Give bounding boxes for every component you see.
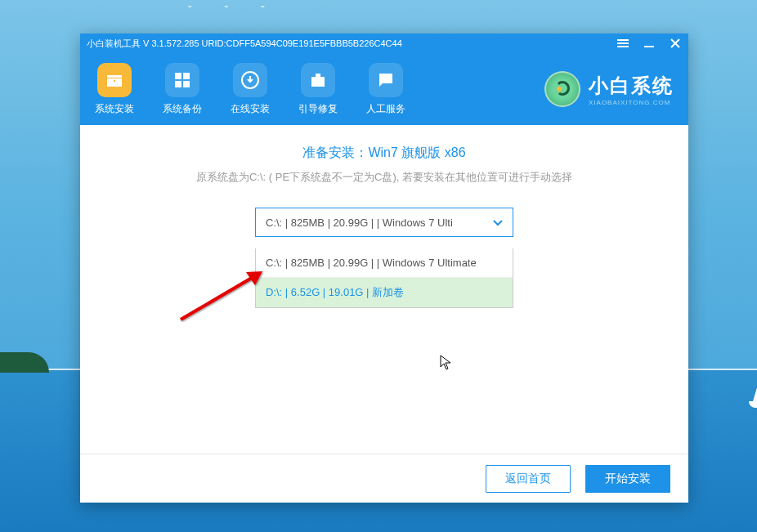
dropdown-selected[interactable]: C:\: | 825MB | 20.99G | | Windows 7 Ulti (255, 208, 513, 237)
box-icon (97, 63, 132, 97)
tool-label: 系统备份 (163, 102, 202, 116)
windows-icon (165, 63, 199, 97)
titlebar: 小白装机工具 V 3.1.572.285 URID:CDFF5A594C09E1… (80, 34, 688, 53)
brand-url: XIAOBAIXITONG.COM (589, 99, 674, 106)
decorative-birds: ˇ ˇ ˇ (188, 4, 280, 17)
dropdown-option-d[interactable]: D:\: | 6.52G | 19.01G | 新加卷 (256, 278, 513, 307)
brand: 小白系统 XIAOBAIXITONG.COM (544, 71, 674, 107)
tool-system-install[interactable]: 系统安装 (95, 63, 134, 116)
app-window: 小白装机工具 V 3.1.572.285 URID:CDFF5A594C09E1… (80, 34, 688, 503)
tool-boot-repair[interactable]: 引导修复 (298, 63, 338, 116)
tool-system-backup[interactable]: 系统备份 (163, 63, 202, 116)
toolbox-icon (301, 63, 335, 97)
minimize-icon[interactable] (643, 37, 656, 50)
chevron-down-icon (493, 217, 503, 229)
svg-point-2 (557, 87, 562, 92)
window-title: 小白装机工具 V 3.1.572.285 URID:CDFF5A594C09E1… (87, 38, 402, 50)
dropdown-selected-text: C:\: | 825MB | 20.99G | | Windows 7 Ulti (266, 217, 453, 229)
install-title: 准备安装：Win7 旗舰版 x86 (105, 145, 664, 162)
tool-human-service[interactable]: 人工服务 (366, 63, 405, 116)
drive-dropdown: C:\: | 825MB | 20.99G | | Windows 7 Ulti… (255, 208, 513, 308)
download-icon (233, 63, 267, 97)
dropdown-list: C:\: | 825MB | 20.99G | | Windows 7 Ulti… (255, 248, 513, 308)
install-subtitle: 原系统盘为C:\: ( PE下系统盘不一定为C盘), 若要安装在其他位置可进行手… (105, 170, 664, 185)
tool-online-install[interactable]: 在线安装 (231, 63, 270, 116)
toolbar: 系统安装 系统备份 在线安装 引导修复 人工服务 (80, 53, 688, 125)
dropdown-option-c[interactable]: C:\: | 825MB | 20.99G | | Windows 7 Ulti… (256, 248, 513, 278)
brand-logo-icon (544, 71, 580, 107)
titlebar-controls (616, 37, 682, 50)
main-content: 准备安装：Win7 旗舰版 x86 原系统盘为C:\: ( PE下系统盘不一定为… (80, 125, 688, 328)
chat-icon (369, 63, 403, 97)
decorative-boat (753, 360, 757, 401)
decorative-grass (0, 352, 49, 373)
back-button[interactable]: 返回首页 (486, 465, 571, 493)
tool-label: 系统安装 (95, 102, 134, 116)
footer: 返回首页 开始安装 (80, 454, 688, 503)
tool-label: 在线安装 (231, 102, 270, 116)
start-install-button[interactable]: 开始安装 (585, 465, 670, 493)
tool-label: 人工服务 (366, 102, 405, 116)
tool-label: 引导修复 (298, 102, 338, 116)
close-icon[interactable] (669, 37, 682, 50)
brand-name: 小白系统 (589, 73, 674, 99)
menu-icon[interactable] (616, 37, 629, 50)
svg-rect-0 (644, 46, 654, 47)
